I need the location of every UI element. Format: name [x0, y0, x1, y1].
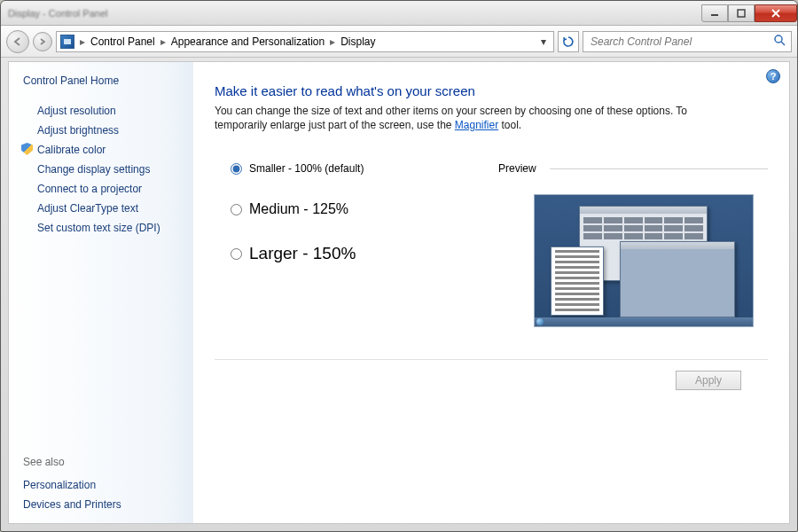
sidebar-link-calibrate[interactable]: Calibrate color — [23, 140, 186, 160]
maximize-button[interactable] — [728, 4, 755, 22]
radio-medium-label: Medium - 125% — [249, 201, 348, 217]
nav-bar: ▸ Control Panel ▸ Appearance and Persona… — [1, 26, 797, 58]
divider — [215, 359, 768, 360]
forward-button[interactable] — [33, 32, 52, 51]
sidebar-link-display-settings[interactable]: Change display settings — [23, 160, 186, 179]
see-also-devices[interactable]: Devices and Printers — [23, 495, 186, 514]
preview-window-front — [551, 246, 604, 316]
radio-larger-label: Larger - 150% — [249, 244, 356, 263]
window-title: Display - Control Panel — [8, 8, 108, 19]
sidebar-link-dpi[interactable]: Set custom text size (DPI) — [23, 218, 186, 238]
apply-row: Apply — [215, 371, 768, 390]
svg-rect-1 — [738, 10, 745, 17]
radio-smaller[interactable]: Smaller - 100% (default) — [231, 162, 445, 175]
back-button[interactable] — [6, 30, 29, 53]
preview-image — [534, 194, 754, 327]
content-area: ? Make it easier to read what's on your … — [193, 62, 789, 523]
chevron-right-icon: ▸ — [78, 35, 87, 48]
chevron-right-icon: ▸ — [159, 35, 168, 48]
address-bar[interactable]: ▸ Control Panel ▸ Appearance and Persona… — [56, 31, 554, 52]
sidebar: Control Panel Home Adjust resolution Adj… — [9, 62, 193, 523]
page-title: Make it easier to read what's on your sc… — [215, 83, 768, 98]
preview-window-mid — [620, 241, 735, 317]
see-also-personalization[interactable]: Personalization — [23, 475, 186, 495]
titlebar: Display - Control Panel — [1, 1, 797, 26]
close-button[interactable] — [755, 4, 797, 22]
chevron-right-icon: ▸ — [328, 35, 337, 48]
radio-group: Smaller - 100% (default) Medium - 125% L… — [215, 162, 445, 327]
minimize-button[interactable] — [701, 4, 728, 22]
search-icon — [773, 34, 786, 49]
radio-larger[interactable]: Larger - 150% — [231, 244, 445, 263]
apply-button[interactable]: Apply — [676, 371, 741, 390]
search-box[interactable] — [583, 31, 792, 52]
radio-smaller-label: Smaller - 100% (default) — [249, 162, 364, 175]
breadcrumb-mid[interactable]: Appearance and Personalization — [168, 35, 328, 48]
breadcrumb-leaf[interactable]: Display — [337, 35, 379, 48]
refresh-button[interactable] — [558, 31, 579, 52]
magnifier-link[interactable]: Magnifier — [455, 119, 498, 131]
sidebar-link-projector[interactable]: Connect to a projector — [23, 179, 186, 199]
window-buttons — [701, 4, 797, 22]
page-description: You can change the size of text and othe… — [215, 104, 693, 132]
radio-medium-input[interactable] — [231, 204, 242, 215]
radio-medium[interactable]: Medium - 125% — [231, 201, 445, 217]
radio-smaller-input[interactable] — [231, 163, 242, 175]
svg-point-2 — [775, 35, 782, 43]
search-input[interactable] — [589, 35, 773, 49]
sidebar-home-link[interactable]: Control Panel Home — [23, 74, 186, 87]
sidebar-link-cleartype[interactable]: Adjust ClearType text — [23, 199, 186, 218]
preview-label: Preview — [498, 162, 768, 175]
control-panel-icon — [60, 35, 74, 49]
svg-line-3 — [781, 42, 785, 45]
preview-group: Preview — [498, 162, 768, 327]
window-frame: Display - Control Panel ▸ Control Panel … — [0, 0, 798, 532]
breadcrumb-root[interactable]: Control Panel — [87, 35, 159, 48]
body: Control Panel Home Adjust resolution Adj… — [8, 61, 790, 524]
sidebar-link-resolution[interactable]: Adjust resolution — [23, 101, 186, 121]
radio-larger-input[interactable] — [231, 248, 242, 260]
sidebar-link-brightness[interactable]: Adjust brightness — [23, 121, 186, 140]
address-dropdown[interactable]: ▾ — [536, 35, 552, 48]
desc-text-post: tool. — [498, 119, 521, 131]
help-icon[interactable]: ? — [766, 69, 780, 83]
see-also-heading: See also — [23, 456, 186, 468]
preview-taskbar — [535, 317, 753, 326]
desc-text-pre: You can change the size of text and othe… — [215, 105, 687, 131]
options-row: Smaller - 100% (default) Medium - 125% L… — [215, 162, 768, 327]
svg-rect-0 — [711, 14, 718, 16]
